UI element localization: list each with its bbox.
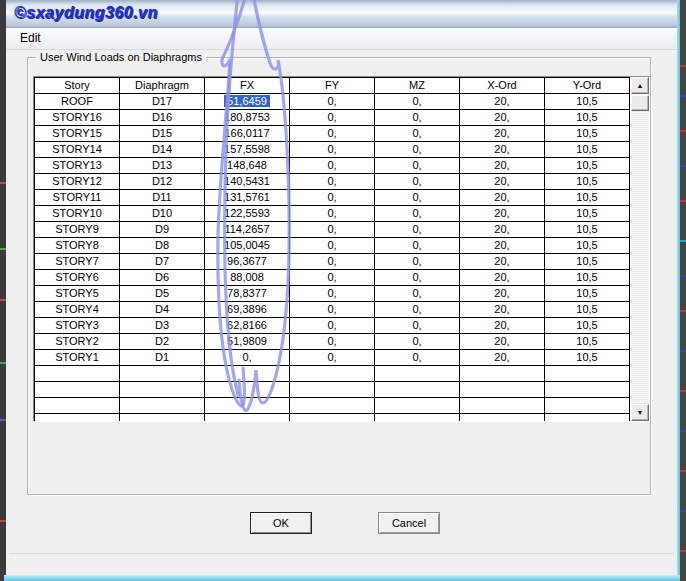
cell[interactable]: 131,5761 (205, 190, 290, 206)
empty-cell[interactable] (205, 382, 290, 398)
empty-cell[interactable] (290, 366, 375, 382)
empty-cell[interactable] (205, 398, 290, 414)
cell[interactable]: 0, (290, 94, 375, 110)
cell[interactable]: 0, (375, 318, 460, 334)
cell[interactable]: 0, (290, 350, 375, 366)
cell[interactable]: STORY10 (35, 206, 120, 222)
cell[interactable]: 0, (375, 286, 460, 302)
cell[interactable]: 0, (290, 126, 375, 142)
empty-cell[interactable] (375, 366, 460, 382)
empty-cell[interactable] (460, 414, 545, 422)
cell[interactable]: STORY15 (35, 126, 120, 142)
cell[interactable]: 0, (375, 350, 460, 366)
cell[interactable]: 10,5 (545, 190, 630, 206)
cell[interactable]: STORY9 (35, 222, 120, 238)
cell[interactable]: D2 (120, 334, 205, 350)
cell[interactable]: 10,5 (545, 110, 630, 126)
cell[interactable]: 0, (290, 334, 375, 350)
cell[interactable]: 0, (290, 110, 375, 126)
empty-cell[interactable] (375, 414, 460, 422)
cell[interactable]: STORY4 (35, 302, 120, 318)
cell[interactable]: 0, (290, 286, 375, 302)
cell[interactable]: 0, (375, 334, 460, 350)
cell[interactable]: 10,5 (545, 158, 630, 174)
empty-cell[interactable] (120, 382, 205, 398)
cell[interactable]: STORY7 (35, 254, 120, 270)
cell[interactable]: 88,008 (205, 270, 290, 286)
cell[interactable]: 51,9809 (205, 334, 290, 350)
cell[interactable]: 20, (460, 254, 545, 270)
cell[interactable]: 0, (290, 318, 375, 334)
cell[interactable]: 20, (460, 270, 545, 286)
vertical-scrollbar[interactable]: ▲ ▼ (631, 77, 649, 421)
cell[interactable]: D6 (120, 270, 205, 286)
cell[interactable]: STORY5 (35, 286, 120, 302)
cell[interactable]: D17 (120, 94, 205, 110)
empty-cell[interactable] (35, 398, 120, 414)
cell[interactable]: D1 (120, 350, 205, 366)
cell[interactable]: 0, (375, 110, 460, 126)
cell[interactable]: 0, (375, 222, 460, 238)
cell[interactable]: 0, (205, 350, 290, 366)
cell[interactable]: 20, (460, 174, 545, 190)
cell[interactable]: STORY6 (35, 270, 120, 286)
cell[interactable]: 10,5 (545, 254, 630, 270)
cell[interactable]: 10,5 (545, 350, 630, 366)
scroll-down-button[interactable]: ▼ (631, 404, 649, 421)
cell[interactable]: 10,5 (545, 174, 630, 190)
title-bar[interactable]: ©sxaydung360.vn (6, 0, 677, 28)
empty-cell[interactable] (35, 366, 120, 382)
cell[interactable]: 78,8377 (205, 286, 290, 302)
cell[interactable]: STORY2 (35, 334, 120, 350)
cell[interactable]: 105,0045 (205, 238, 290, 254)
cell[interactable]: 122,5593 (205, 206, 290, 222)
cell[interactable]: 96,3677 (205, 254, 290, 270)
cell[interactable]: 0, (290, 238, 375, 254)
cell[interactable]: STORY16 (35, 110, 120, 126)
empty-cell[interactable] (460, 366, 545, 382)
cell[interactable]: 10,5 (545, 126, 630, 142)
empty-cell[interactable] (290, 398, 375, 414)
empty-cell[interactable] (35, 414, 120, 422)
cancel-button[interactable]: Cancel (378, 512, 440, 534)
cell[interactable]: D7 (120, 254, 205, 270)
cell[interactable]: 0, (375, 126, 460, 142)
cell[interactable]: 0, (375, 142, 460, 158)
cell[interactable]: D11 (120, 190, 205, 206)
cell[interactable]: 10,5 (545, 334, 630, 350)
cell[interactable]: 20, (460, 110, 545, 126)
cell[interactable]: D5 (120, 286, 205, 302)
empty-cell[interactable] (35, 382, 120, 398)
cell[interactable]: 0, (375, 238, 460, 254)
cell[interactable]: D12 (120, 174, 205, 190)
empty-cell[interactable] (545, 366, 630, 382)
cell[interactable]: 10,5 (545, 318, 630, 334)
cell[interactable]: 20, (460, 238, 545, 254)
empty-cell[interactable] (120, 366, 205, 382)
cell[interactable]: 114,2657 (205, 222, 290, 238)
cell[interactable]: 20, (460, 126, 545, 142)
cell[interactable]: 10,5 (545, 142, 630, 158)
cell[interactable]: 20, (460, 302, 545, 318)
cell[interactable]: 10,5 (545, 238, 630, 254)
cell[interactable]: 0, (375, 190, 460, 206)
cell[interactable]: 157,5598 (205, 142, 290, 158)
cell[interactable]: D13 (120, 158, 205, 174)
cell[interactable]: 62,8166 (205, 318, 290, 334)
cell[interactable]: 0, (290, 270, 375, 286)
empty-cell[interactable] (545, 414, 630, 422)
cell[interactable]: 51,6459 (205, 94, 290, 110)
cell[interactable]: 0, (290, 254, 375, 270)
cell[interactable]: 10,5 (545, 94, 630, 110)
ok-button[interactable]: OK (250, 512, 312, 534)
cell[interactable]: 180,8753 (205, 110, 290, 126)
cell[interactable]: 20, (460, 318, 545, 334)
cell[interactable]: 0, (290, 206, 375, 222)
cell[interactable]: D15 (120, 126, 205, 142)
empty-cell[interactable] (120, 398, 205, 414)
cell[interactable]: 10,5 (545, 206, 630, 222)
cell[interactable]: STORY11 (35, 190, 120, 206)
selected-cell-value[interactable]: 51,6459 (224, 95, 270, 107)
cell[interactable]: 148,648 (205, 158, 290, 174)
cell[interactable]: 20, (460, 334, 545, 350)
